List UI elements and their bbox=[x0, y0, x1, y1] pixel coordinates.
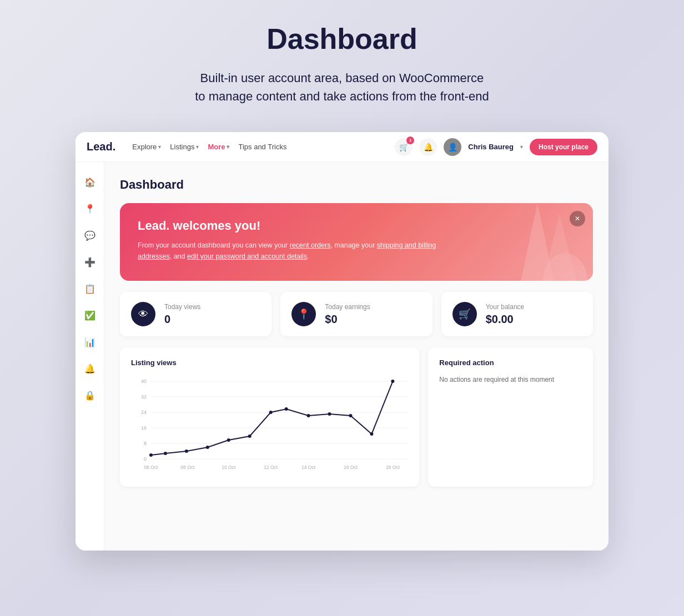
host-button[interactable]: Host your place bbox=[530, 139, 597, 155]
sidebar-item-home[interactable]: 🏠 bbox=[79, 171, 101, 193]
sidebar-item-security[interactable]: 🔒 bbox=[79, 384, 101, 406]
welcome-text: From your account dashboard you can view… bbox=[138, 240, 449, 262]
sidebar-item-reports[interactable]: 📊 bbox=[79, 331, 101, 353]
svg-text:16 Oct: 16 Oct bbox=[344, 464, 358, 470]
basket-icon: 🛒 bbox=[452, 302, 477, 326]
svg-point-19 bbox=[269, 411, 273, 414]
stat-info-balance: Your balance $0.00 bbox=[486, 303, 525, 326]
sidebar-item-add[interactable]: ➕ bbox=[79, 251, 101, 273]
svg-text:14 Oct: 14 Oct bbox=[301, 464, 316, 470]
nav-listings[interactable]: Listings ▾ bbox=[170, 143, 199, 151]
eye-icon: 👁 bbox=[131, 302, 155, 326]
chart-title: Listing views bbox=[131, 359, 408, 367]
stat-info-views: Today views 0 bbox=[164, 303, 200, 326]
chart-area: 40 32 24 16 8 0 bbox=[131, 376, 408, 476]
user-chevron: ▾ bbox=[520, 144, 523, 150]
location-icon: 📍 bbox=[291, 302, 316, 326]
chart-card: Listing views 40 32 bbox=[120, 347, 419, 487]
stat-label-balance: Your balance bbox=[486, 303, 525, 311]
svg-point-23 bbox=[349, 414, 352, 417]
nav-right: 🛒 1 🔔 👤 Chris Baureg ▾ Host your place bbox=[395, 138, 597, 156]
cart-button[interactable]: 🛒 1 bbox=[395, 138, 413, 156]
nav-links: Explore ▾ Listings ▾ More ▾ Tips and Tri… bbox=[132, 143, 286, 151]
stat-label-views: Today views bbox=[164, 303, 200, 311]
action-title: Required action bbox=[439, 359, 582, 367]
edit-password-link[interactable]: edit your password and account details bbox=[187, 253, 307, 260]
nav-tips[interactable]: Tips and Tricks bbox=[238, 143, 286, 151]
chevron-down-icon: ▾ bbox=[196, 144, 199, 150]
sidebar-item-messages[interactable]: 💬 bbox=[79, 224, 101, 246]
sidebar-item-clipboard[interactable]: 📋 bbox=[79, 277, 101, 300]
svg-point-15 bbox=[185, 450, 188, 453]
action-text: No actions are required at this moment bbox=[439, 376, 582, 383]
stat-info-earnings: Today earnings $0 bbox=[325, 303, 370, 326]
sidebar-item-notifications[interactable]: 🔔 bbox=[79, 357, 101, 380]
svg-text:24: 24 bbox=[141, 410, 147, 415]
svg-point-16 bbox=[206, 446, 209, 449]
notifications-button[interactable]: 🔔 bbox=[419, 138, 437, 156]
svg-point-17 bbox=[227, 438, 230, 442]
nav-bar: Lead. Explore ▾ Listings ▾ More ▾ Tips a… bbox=[76, 132, 608, 162]
banner-decoration bbox=[487, 203, 593, 281]
stat-label-earnings: Today earnings bbox=[325, 303, 370, 311]
svg-text:40: 40 bbox=[141, 378, 147, 384]
content-area: Dashboard ✕ Lead. welcomes you! From you… bbox=[104, 162, 608, 551]
nav-explore[interactable]: Explore ▾ bbox=[132, 143, 161, 151]
stat-value-balance: $0.00 bbox=[486, 313, 525, 326]
svg-text:16: 16 bbox=[141, 425, 147, 431]
line-chart: 40 32 24 16 8 0 bbox=[131, 376, 408, 476]
svg-text:08 Oct: 08 Oct bbox=[180, 464, 195, 470]
avatar: 👤 bbox=[444, 138, 461, 156]
bottom-row: Listing views 40 32 bbox=[120, 347, 593, 487]
svg-point-25 bbox=[391, 380, 394, 383]
logo[interactable]: Lead. bbox=[87, 140, 115, 153]
svg-point-18 bbox=[248, 435, 252, 438]
svg-point-22 bbox=[328, 412, 331, 416]
svg-text:8: 8 bbox=[144, 441, 147, 446]
stats-row: 👁 Today views 0 📍 Today earnings $0 🛒 bbox=[120, 292, 593, 336]
stat-value-earnings: $0 bbox=[325, 313, 370, 326]
stat-today-earnings: 📍 Today earnings $0 bbox=[280, 292, 432, 336]
svg-text:0: 0 bbox=[144, 456, 147, 462]
page-subtitle: Built-in user account area, based on Woo… bbox=[195, 69, 489, 105]
stat-value-views: 0 bbox=[164, 313, 200, 326]
sidebar-item-location[interactable]: 📍 bbox=[79, 198, 101, 220]
user-name[interactable]: Chris Baureg bbox=[468, 143, 514, 151]
svg-point-20 bbox=[285, 407, 288, 411]
chevron-down-icon: ▾ bbox=[158, 144, 161, 150]
browser-window: Lead. Explore ▾ Listings ▾ More ▾ Tips a… bbox=[76, 132, 608, 551]
sidebar-item-tasks[interactable]: ✅ bbox=[79, 304, 101, 326]
chevron-down-icon: ▾ bbox=[227, 144, 229, 150]
recent-orders-link[interactable]: recent orders bbox=[290, 241, 331, 249]
action-card: Required action No actions are required … bbox=[428, 347, 593, 487]
svg-point-14 bbox=[164, 452, 167, 455]
stat-balance: 🛒 Your balance $0.00 bbox=[441, 292, 593, 336]
page-title: Dashboard bbox=[266, 22, 418, 55]
sidebar: 🏠 📍 💬 ➕ 📋 ✅ 📊 🔔 🔒 bbox=[76, 162, 104, 551]
dashboard-title: Dashboard bbox=[120, 178, 593, 192]
svg-text:06 Oct: 06 Oct bbox=[144, 464, 158, 470]
stat-today-views: 👁 Today views 0 bbox=[120, 292, 271, 336]
svg-point-24 bbox=[370, 432, 373, 436]
svg-text:32: 32 bbox=[141, 394, 147, 400]
svg-text:10 Oct: 10 Oct bbox=[222, 464, 236, 470]
cart-badge: 1 bbox=[406, 137, 414, 144]
main-layout: 🏠 📍 💬 ➕ 📋 ✅ 📊 🔔 🔒 Dashboard ✕ Le bbox=[76, 162, 608, 551]
nav-more[interactable]: More ▾ bbox=[208, 143, 229, 151]
svg-text:18 Oct: 18 Oct bbox=[386, 464, 400, 470]
svg-text:12 Oct: 12 Oct bbox=[264, 464, 278, 470]
svg-point-13 bbox=[149, 453, 153, 457]
welcome-banner: ✕ Lead. welcomes you! From your account … bbox=[120, 203, 593, 281]
svg-point-21 bbox=[307, 414, 310, 417]
